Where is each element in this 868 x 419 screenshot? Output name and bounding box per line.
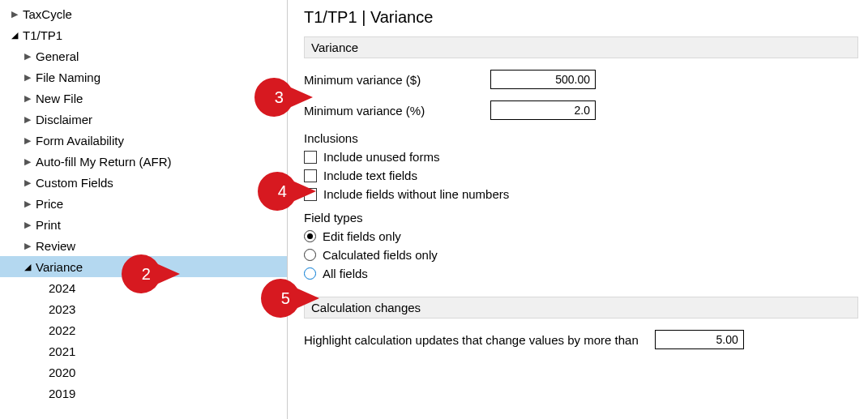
radio-edit-fields[interactable]: Edit fields only xyxy=(304,229,858,243)
caret-right-icon: ▶ xyxy=(21,72,34,83)
radio-icon xyxy=(304,267,316,280)
radio-label: Edit fields only xyxy=(323,229,401,243)
tree-label: Auto-fill My Return (AFR) xyxy=(34,155,172,169)
tree-label: Review xyxy=(34,239,75,253)
tree-item-file-naming[interactable]: ▶ File Naming xyxy=(0,66,287,88)
caret-right-icon: ▶ xyxy=(21,241,34,251)
tree-item-2022[interactable]: ▶ 2022 xyxy=(0,319,287,340)
check-include-noline[interactable]: Include fields without line numbers xyxy=(304,187,858,201)
caret-right-icon: ▶ xyxy=(21,220,34,230)
tree-item-new-file[interactable]: ▶ New File xyxy=(0,88,287,109)
caret-right-icon: ▶ xyxy=(21,177,34,188)
caret-right-icon: ▶ xyxy=(21,199,34,209)
radio-icon xyxy=(304,249,316,261)
calc-highlight-label: Highlight calculation updates that chang… xyxy=(304,333,639,347)
caret-down-icon: ◢ xyxy=(8,30,21,41)
sidebar-tree: ▶ TaxCycle ◢ T1/TP1 ▶ General ▶ File Nam… xyxy=(0,0,288,419)
tree-label: File Naming xyxy=(34,71,100,84)
min-var-pct-input[interactable] xyxy=(490,100,596,120)
checkbox-icon xyxy=(304,151,317,164)
tree-label: Variance xyxy=(34,260,83,274)
radio-label: All fields xyxy=(323,267,368,280)
min-var-dollar-label: Minimum variance ($) xyxy=(304,73,490,87)
checkbox-icon xyxy=(304,169,317,182)
tree-item-2023[interactable]: ▶ 2023 xyxy=(0,298,287,319)
caret-down-icon: ◢ xyxy=(21,262,34,272)
tree-label: 2023 xyxy=(47,302,75,316)
tree-item-general[interactable]: ▶ General xyxy=(0,45,287,66)
section-variance-header: Variance xyxy=(304,36,858,58)
row-min-var-dollar: Minimum variance ($) xyxy=(304,70,858,89)
check-label: Include fields without line numbers xyxy=(323,187,509,201)
field-types-heading: Field types xyxy=(304,211,858,224)
check-include-text[interactable]: Include text fields xyxy=(304,169,858,182)
caret-right-icon: ▶ xyxy=(21,156,34,167)
tree-item-2019[interactable]: ▶ 2019 xyxy=(0,383,287,404)
caret-right-icon: ▶ xyxy=(21,93,34,104)
checkbox-icon xyxy=(304,188,317,201)
row-min-var-pct: Minimum variance (%) xyxy=(304,100,858,120)
tree-label: Print xyxy=(34,218,61,232)
check-include-unused[interactable]: Include unused forms xyxy=(304,150,858,164)
calc-highlight-input[interactable] xyxy=(655,330,744,349)
row-calc-highlight: Highlight calculation updates that chang… xyxy=(304,330,858,349)
inclusions-heading: Inclusions xyxy=(304,131,858,145)
tree-label: 2020 xyxy=(47,366,75,379)
check-label: Include unused forms xyxy=(323,150,439,164)
tree-item-2020[interactable]: ▶ 2020 xyxy=(0,361,287,383)
tree-label: Price xyxy=(34,197,63,211)
tree-item-price[interactable]: ▶ Price xyxy=(0,193,287,214)
tree-label: Form Availability xyxy=(34,134,124,148)
tree-label: Disclaimer xyxy=(34,113,92,126)
tree-label: 2022 xyxy=(47,323,75,337)
tree-item-form-availability[interactable]: ▶ Form Availability xyxy=(0,130,287,151)
tree-item-print[interactable]: ▶ Print xyxy=(0,214,287,235)
tree-label: 2021 xyxy=(47,344,75,358)
tree-item-autofill[interactable]: ▶ Auto-fill My Return (AFR) xyxy=(0,151,287,172)
tree-item-review[interactable]: ▶ Review xyxy=(0,235,287,256)
caret-right-icon: ▶ xyxy=(8,9,21,19)
section-calc-header: Calculation changes xyxy=(304,297,858,319)
radio-icon xyxy=(304,230,316,242)
tree-item-2024[interactable]: ▶ 2024 xyxy=(0,277,287,298)
tree-item-taxcycle[interactable]: ▶ TaxCycle xyxy=(0,3,287,24)
check-label: Include text fields xyxy=(323,169,417,182)
caret-right-icon: ▶ xyxy=(21,135,34,146)
tree-item-custom-fields[interactable]: ▶ Custom Fields xyxy=(0,172,287,193)
tree-label: General xyxy=(34,49,79,63)
tree-label: 2024 xyxy=(47,281,75,295)
min-var-pct-label: Minimum variance (%) xyxy=(304,104,490,118)
radio-label: Calculated fields only xyxy=(323,248,438,262)
radio-all-fields[interactable]: All fields xyxy=(304,267,858,280)
caret-right-icon: ▶ xyxy=(21,114,34,125)
tree-label: Custom Fields xyxy=(34,176,113,190)
calc-section: Calculation changes Highlight calculatio… xyxy=(304,297,858,349)
page-title: T1/TP1 | Variance xyxy=(304,8,858,27)
min-var-dollar-input[interactable] xyxy=(490,70,596,89)
tree-label: New File xyxy=(34,92,83,105)
tree-label: T1/TP1 xyxy=(21,28,62,42)
tree-item-disclaimer[interactable]: ▶ Disclaimer xyxy=(0,109,287,130)
tree-label: TaxCycle xyxy=(21,7,72,21)
caret-right-icon: ▶ xyxy=(21,51,34,62)
main-panel: T1/TP1 | Variance Variance Minimum varia… xyxy=(288,0,868,419)
tree-item-2021[interactable]: ▶ 2021 xyxy=(0,340,287,361)
tree-label: 2019 xyxy=(47,387,75,400)
tree-item-variance[interactable]: ◢ Variance xyxy=(0,256,287,277)
radio-calculated-fields[interactable]: Calculated fields only xyxy=(304,248,858,262)
tree-item-t1tp1[interactable]: ◢ T1/TP1 xyxy=(0,24,287,45)
